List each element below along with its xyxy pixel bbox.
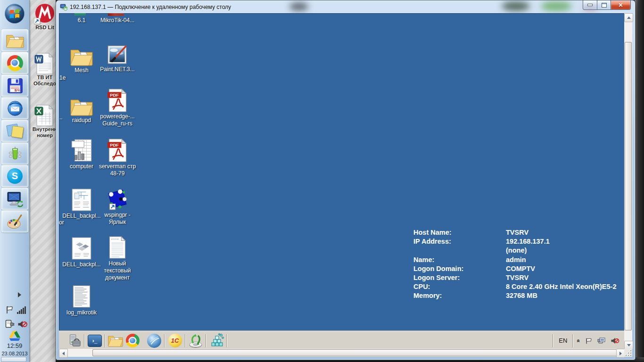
quicklaunch-installer[interactable] — [187, 333, 204, 348]
desktop-icon-label: ТВ ИТ Обследо — [27, 74, 56, 87]
sticky-notes-icon — [7, 123, 23, 139]
clipped-icon-label-fragment: or — [59, 219, 64, 226]
shortcut-arrow-icon — [34, 18, 41, 25]
chrome-icon — [126, 334, 140, 347]
show-desktop-button[interactable] — [1, 357, 26, 362]
desktop-icon[interactable]: log_mikrotik — [60, 285, 103, 316]
language-indicator[interactable]: EN — [555, 337, 571, 344]
taskbar-separator — [164, 334, 165, 347]
quicklaunch-cubes[interactable] — [208, 333, 225, 348]
desktop-icon[interactable]: Paint.NET.3... — [96, 41, 139, 73]
log-file-icon — [70, 285, 93, 308]
host-screen: RSD Lit ТВ ИТ Обследо — [0, 0, 644, 362]
powershell-icon: ›_ — [88, 335, 102, 347]
window-controls: ✕ — [583, 0, 631, 10]
image-thumbnail-icon — [70, 237, 93, 260]
rdp-window: 192.168.137.1 — Подключение к удаленному… — [56, 0, 636, 360]
bginfo-value: 32768 MB — [506, 291, 537, 300]
action-center-flag-icon[interactable] — [6, 305, 14, 314]
taskbar-button-qip[interactable] — [1, 142, 28, 165]
horizontal-scrollbar-thumb[interactable] — [92, 349, 617, 356]
minimize-button[interactable] — [583, 0, 597, 10]
taskbar-button-paint[interactable] — [1, 210, 28, 232]
clipped-icon-sliver — [74, 13, 86, 16]
google-drive-icon[interactable] — [8, 330, 21, 341]
desktop-icon-label: Внутренн номер — [27, 126, 56, 139]
horizontal-scrollbar[interactable] — [59, 349, 624, 357]
paint-palette-icon — [6, 213, 24, 230]
bginfo-label: Logon Domain: — [413, 264, 506, 273]
explorer-folder-icon — [6, 33, 24, 48]
driver-installer-icon — [188, 333, 203, 348]
desktop-icon-rsd-lite[interactable]: RSD Lit — [27, 3, 56, 31]
clipped-icon-label-fragment: .. — [59, 114, 63, 121]
bginfo-label — [413, 246, 506, 255]
resize-grip[interactable] — [624, 349, 632, 357]
text-document-icon — [106, 236, 129, 259]
desktop-icon[interactable]: wspingpr - Ярлык — [96, 187, 139, 226]
restore-button[interactable] — [597, 0, 611, 10]
taskbar-button-remote-desktop[interactable] — [1, 188, 28, 210]
window-title: 192.168.137.1 — Подключение к удаленному… — [70, 4, 231, 10]
close-button[interactable]: ✕ — [611, 0, 631, 10]
tray-expand-arrow-icon[interactable] — [17, 292, 22, 297]
taskbar-button-floppy-app[interactable]: БЧ· — [1, 74, 28, 97]
taskbar-button-skype[interactable]: S — [1, 165, 28, 187]
desktop-icon[interactable]: PDF poweredge-... Guide_ru-rs — [96, 89, 139, 127]
remote-network-plug-icon[interactable] — [597, 337, 606, 345]
remote-flag-icon[interactable] — [585, 337, 593, 345]
desktop-icon-tvit[interactable]: ТВ ИТ Обследо — [27, 53, 56, 87]
desktop-icon[interactable]: MikroTik-04... — [96, 16, 139, 24]
bginfo-label: Logon Server: — [413, 273, 506, 282]
vertical-scrollbar-thumb[interactable] — [625, 42, 632, 330]
qip-icon — [7, 145, 24, 162]
quicklaunch-winbox[interactable] — [146, 333, 163, 348]
taskbar-separator — [226, 334, 227, 347]
volume-muted-icon[interactable] — [17, 320, 27, 329]
quicklaunch-server-manager[interactable] — [66, 333, 83, 348]
clock-date: 23.08.2013 — [0, 350, 29, 357]
desktop-icon[interactable]: PDF serverman стр 48-79 — [96, 139, 139, 177]
show-hidden-icons-chevron[interactable]: « — [576, 339, 582, 342]
paintnet-icon — [106, 41, 129, 65]
bginfo-system-info: Host Name:TVSRV IP Address:192.168.137.1… — [413, 228, 624, 301]
desktop-icon[interactable]: Новый текстовый документ — [96, 236, 139, 281]
pdf-file-icon: PDF — [106, 89, 129, 112]
bginfo-label: Memory: — [413, 291, 506, 300]
excel-document-icon — [34, 105, 56, 126]
svg-text:PDF: PDF — [110, 143, 119, 148]
crystal-cubes-icon — [209, 333, 224, 348]
rdp-titlebar-icon — [60, 3, 67, 11]
taskbar-separator — [206, 334, 206, 347]
host-clock[interactable]: 12:59 23.08.2013 — [0, 342, 29, 357]
quicklaunch-1c[interactable]: 1С — [166, 333, 183, 348]
quicklaunch-explorer[interactable] — [107, 333, 124, 348]
chrome-icon — [7, 55, 23, 71]
start-button[interactable] — [4, 3, 25, 25]
scroll-up-button[interactable] — [624, 13, 633, 22]
bginfo-label: Name: — [413, 255, 506, 264]
scroll-left-button[interactable] — [59, 349, 68, 358]
remote-desktop-viewport: 6.1 MikroTik-04... Mesh — [59, 13, 624, 349]
taskbar-separator — [553, 334, 553, 347]
quicklaunch-chrome[interactable] — [124, 333, 141, 348]
svg-text:PDF: PDF — [110, 93, 119, 98]
taskbar-button-sticky-notes[interactable] — [1, 120, 28, 142]
network-signal-icon[interactable] — [17, 306, 26, 314]
quicklaunch-powershell[interactable]: ›_ — [86, 333, 103, 348]
bginfo-value: TVSRV — [506, 273, 528, 282]
svg-text:БЧ·: БЧ· — [15, 88, 20, 92]
power-plug-icon[interactable] — [5, 320, 15, 329]
remote-volume-muted-icon[interactable] — [611, 337, 619, 345]
taskbar-button-chrome[interactable] — [1, 52, 28, 74]
desktop-icon-label: RSD Lit — [27, 25, 56, 31]
window-titlebar[interactable]: 192.168.137.1 — Подключение к удаленному… — [56, 0, 635, 13]
taskbar-button-thunderbird[interactable] — [1, 97, 28, 119]
bginfo-value: admin — [506, 255, 526, 264]
desktop-icon-vnutr[interactable]: Внутренн номер — [27, 105, 56, 139]
taskbar-separator — [185, 334, 186, 347]
vertical-scrollbar[interactable] — [624, 13, 632, 349]
taskbar-button-explorer[interactable] — [1, 29, 28, 51]
folder-icon — [70, 42, 93, 66]
explorer-folder-icon — [108, 334, 123, 347]
